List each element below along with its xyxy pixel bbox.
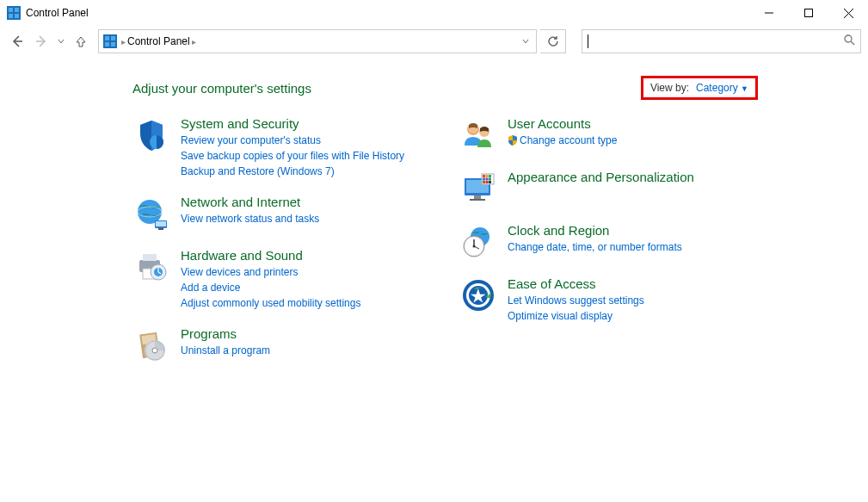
svg-rect-49 [489,178,491,181]
svg-rect-51 [486,181,489,183]
svg-rect-22 [156,221,166,226]
view-by-value[interactable]: Category [696,82,738,94]
svg-rect-45 [486,175,489,177]
svg-rect-52 [489,181,491,183]
svg-rect-41 [474,195,481,199]
back-button[interactable] [7,31,28,52]
category-link[interactable]: Change account type [508,133,617,148]
category-title[interactable]: Appearance and Personalization [508,170,694,184]
navbar: ▸ Control Panel ▸ [0,26,868,57]
svg-rect-48 [486,178,489,181]
svg-rect-3 [9,14,13,18]
maximize-button[interactable] [789,0,828,26]
minimize-button[interactable] [749,0,789,26]
close-button[interactable] [828,0,868,26]
svg-rect-1 [9,8,13,12]
category-column-right: User Accounts Change account type [459,116,752,380]
search-box[interactable] [582,29,861,53]
svg-point-19 [138,200,162,224]
forward-button[interactable] [31,31,52,52]
up-button[interactable] [71,31,91,52]
category-link[interactable]: View devices and printers [181,264,360,280]
svg-rect-50 [483,181,485,183]
shield-icon [132,116,170,154]
category-title[interactable]: User Accounts [508,116,617,131]
view-by-label: View by: [650,82,689,94]
refresh-button[interactable] [540,29,566,53]
breadcrumb-separator-icon[interactable]: ▸ [192,37,196,46]
uac-shield-icon [508,134,518,145]
titlebar: Control Panel [0,0,868,26]
category-title[interactable]: Ease of Access [508,276,644,291]
category-title[interactable]: System and Security [181,116,404,131]
svg-point-16 [845,35,852,42]
search-icon[interactable] [844,34,855,48]
category-link[interactable]: View network status and tasks [181,211,319,226]
breadcrumb-item[interactable]: Control Panel [127,35,190,47]
category-system-security: System and Security Review your computer… [132,116,425,179]
category-link[interactable]: Backup and Restore (Windows 7) [181,164,404,179]
category-title[interactable]: Programs [181,326,270,341]
users-icon [459,116,497,154]
category-link[interactable]: Save backup copies of your files with Fi… [181,148,404,164]
printer-icon [132,248,170,286]
address-dropdown-icon[interactable] [519,37,532,46]
address-icon [102,34,118,49]
address-bar[interactable]: ▸ Control Panel ▸ [98,29,537,53]
category-hardware-sound: Hardware and Sound View devices and prin… [132,248,425,311]
category-programs: Programs Uninstall a program [132,326,425,364]
category-network-internet: Network and Internet View network status… [132,195,425,232]
svg-point-35 [152,348,157,353]
svg-point-58 [473,245,476,248]
category-user-accounts: User Accounts Change account type [459,116,752,154]
svg-rect-47 [483,178,485,181]
app-icon [7,6,21,20]
view-by-selector[interactable]: View by: Category ▼ [641,76,758,100]
category-title[interactable]: Clock and Region [508,223,682,238]
svg-rect-42 [470,199,485,201]
clock-globe-icon [459,223,497,261]
svg-rect-46 [489,175,491,177]
window-controls [749,0,868,26]
svg-rect-14 [105,42,109,46]
category-column-left: System and Security Review your computer… [132,116,425,380]
category-ease-of-access: Ease of Access Let Windows suggest setti… [459,276,752,324]
svg-rect-25 [143,254,157,261]
category-link[interactable]: Let Windows suggest settings [508,293,644,308]
svg-rect-13 [111,36,115,40]
category-link[interactable]: Optimize visual display [508,308,644,324]
search-input[interactable] [588,33,844,50]
monitor-palette-icon [459,170,497,208]
category-clock-region: Clock and Region Change date, time, or n… [459,223,752,261]
globe-icon [132,195,170,232]
category-link[interactable]: Adjust commonly used mobility settings [181,295,360,311]
category-title[interactable]: Network and Internet [181,195,319,209]
svg-rect-6 [805,9,813,17]
svg-rect-15 [111,42,115,46]
breadcrumb-separator-icon[interactable]: ▸ [121,37,126,46]
chevron-down-icon[interactable]: ▼ [741,84,748,93]
svg-line-17 [851,41,854,45]
category-title[interactable]: Hardware and Sound [181,248,360,263]
category-link[interactable]: Uninstall a program [181,343,270,358]
category-link[interactable]: Add a device [181,280,360,295]
svg-rect-12 [105,36,109,40]
disc-box-icon [132,326,170,364]
accessibility-icon [459,276,497,314]
window-title: Control Panel [26,7,89,19]
svg-rect-44 [483,175,485,177]
category-appearance-personalization: Appearance and Personalization [459,170,752,208]
history-dropdown[interactable] [55,38,67,45]
svg-rect-4 [15,14,19,18]
category-link[interactable]: Change date, time, or number formats [508,239,682,255]
content-area: Adjust your computer's settings System a… [0,57,868,380]
svg-rect-2 [15,8,19,12]
category-grid: System and Security Review your computer… [132,116,825,380]
svg-rect-23 [158,228,163,230]
category-link[interactable]: Review your computer's status [181,133,404,148]
